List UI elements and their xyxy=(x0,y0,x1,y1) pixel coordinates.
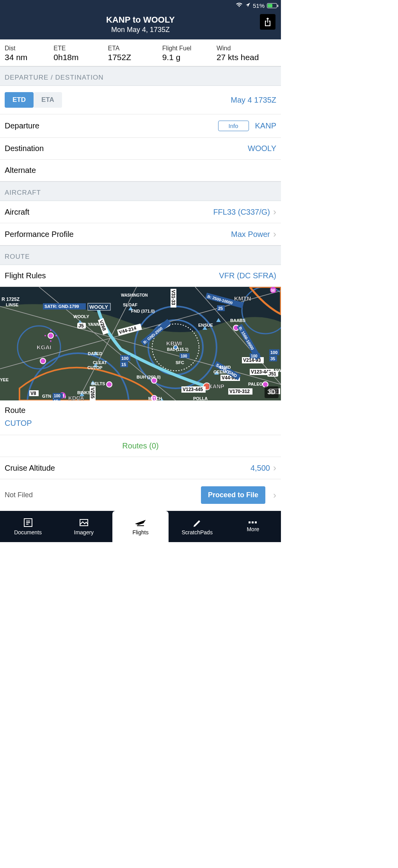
stats-row: Dist34 nm ETE0h18m ETA1752Z Flight Fuel9… xyxy=(0,39,281,66)
share-button[interactable] xyxy=(260,14,275,30)
route-row[interactable]: Route CUTOP xyxy=(0,400,281,435)
svg-text:SLOAF: SLOAF xyxy=(123,302,138,307)
stat-wind: Wind27 kts head xyxy=(217,45,276,62)
svg-text:M: M xyxy=(271,288,275,293)
more-icon xyxy=(248,521,258,525)
etd-tab[interactable]: ETD xyxy=(5,92,34,108)
svg-text:ENSUE: ENSUE xyxy=(198,323,213,327)
svg-text:35: 35 xyxy=(270,356,275,361)
status-bar: 51% xyxy=(0,0,281,11)
filing-status: Not Filed xyxy=(5,491,33,499)
svg-rect-118 xyxy=(249,521,251,523)
destination-value: WOOLY xyxy=(248,144,276,153)
tab-documents[interactable]: Documents xyxy=(0,511,56,542)
page-title: KANP to WOOLY xyxy=(5,15,275,25)
route-value: CUTOP xyxy=(5,419,276,428)
etd-row[interactable]: ETD ETA May 4 1735Z xyxy=(0,86,281,114)
scratchpads-icon xyxy=(192,518,202,528)
cruise-value: 4,500 xyxy=(251,464,270,473)
map-3d-button[interactable]: 3D xyxy=(265,386,279,398)
svg-point-12 xyxy=(48,333,53,338)
svg-text:J5: J5 xyxy=(78,323,84,329)
svg-text:FND (371.0): FND (371.0) xyxy=(131,309,155,313)
tab-scratchpads[interactable]: ScratchPads xyxy=(169,511,225,542)
departure-info-button[interactable]: Info xyxy=(218,121,249,131)
cruise-altitude-row[interactable]: Cruise Altitude 4,500 › xyxy=(0,457,281,479)
header: KANP to WOOLY Mon May 4, 1735Z xyxy=(0,11,281,39)
section-depdest: DEPARTURE / DESTINATION xyxy=(0,66,281,86)
page-subtitle: Mon May 4, 1735Z xyxy=(5,26,275,34)
etd-eta-segment: ETD ETA xyxy=(5,92,62,108)
tab-bar: Documents Imagery Flights ScratchPads Mo… xyxy=(0,511,281,542)
svg-text:KDCA: KDCA xyxy=(68,395,84,400)
svg-text:100: 100 xyxy=(54,394,60,398)
battery-icon xyxy=(267,3,277,8)
svg-rect-120 xyxy=(255,521,257,523)
chevron-right-icon: › xyxy=(273,463,276,473)
svg-text:01MD: 01MD xyxy=(219,365,231,370)
chevron-right-icon: › xyxy=(273,207,276,217)
svg-text:DATED: DATED xyxy=(88,351,102,356)
departure-row[interactable]: Departure Info KANP xyxy=(0,114,281,138)
etd-value: May 4 1735Z xyxy=(231,96,276,105)
svg-text:BAABS: BAABS xyxy=(230,318,245,323)
svg-text:BUH (260.0): BUH (260.0) xyxy=(137,375,161,379)
route-map[interactable]: V44-214 V214-93 V123-445 V44-93 V170-312… xyxy=(0,287,281,400)
battery-percent: 51% xyxy=(253,2,265,9)
svg-text:SFC: SFC xyxy=(176,360,184,365)
share-icon xyxy=(264,17,272,27)
svg-text:POLLA: POLLA xyxy=(193,396,208,400)
svg-text:KMTN: KMTN xyxy=(234,295,251,302)
departure-value: KANP xyxy=(255,121,276,130)
svg-text:BINKS: BINKS xyxy=(77,390,91,395)
wifi-icon xyxy=(236,2,243,9)
routes-link[interactable]: Routes (0) xyxy=(0,435,281,457)
imagery-icon xyxy=(79,518,89,528)
svg-point-15 xyxy=(107,382,112,387)
chevron-right-icon: › xyxy=(273,491,276,500)
alternate-row[interactable]: Alternate xyxy=(0,160,281,181)
svg-text:WASHINGTON: WASHINGTON xyxy=(121,293,148,297)
svg-text:BELTS: BELTS xyxy=(91,381,105,386)
tab-flights[interactable]: Flights xyxy=(112,511,168,542)
svg-text:KGAI: KGAI xyxy=(37,344,52,350)
flight-rules-row[interactable]: Flight Rules VFR (DC SFRA) xyxy=(0,265,281,287)
svg-text:SW: SW xyxy=(275,368,281,373)
svg-text:YEE: YEE xyxy=(0,377,9,382)
svg-text:YANNI: YANNI xyxy=(88,322,101,327)
svg-text:KANP: KANP xyxy=(209,383,224,390)
stat-fuel: Flight Fuel9.1 g xyxy=(162,45,217,62)
eta-tab[interactable]: ETA xyxy=(34,92,62,108)
svg-point-13 xyxy=(40,358,46,364)
stat-dist: Dist34 nm xyxy=(5,45,53,62)
location-icon xyxy=(245,2,251,9)
svg-text:LINSE: LINSE xyxy=(6,302,18,307)
aircraft-value: FFL33 (C337/G) xyxy=(213,208,270,217)
svg-text:V123-445: V123-445 xyxy=(183,387,203,392)
svg-text:WOOLY: WOOLY xyxy=(89,304,108,310)
svg-text:PALEO: PALEO xyxy=(248,382,263,386)
svg-text:15: 15 xyxy=(121,362,126,367)
svg-text:100: 100 xyxy=(121,356,128,361)
svg-text:KBWI: KBWI xyxy=(166,340,182,347)
svg-text:WOOLY: WOOLY xyxy=(73,314,89,319)
aircraft-row[interactable]: Aircraft FFL33 (C337/G) › xyxy=(0,201,281,223)
stat-eta: ETA1752Z xyxy=(108,45,162,62)
tab-imagery[interactable]: Imagery xyxy=(56,511,112,542)
destination-row[interactable]: Destination WOOLY xyxy=(0,138,281,160)
tab-more[interactable]: More xyxy=(225,511,281,542)
proceed-file-button[interactable]: Proceed to File xyxy=(201,486,265,504)
svg-text:V31-33: V31-33 xyxy=(171,290,176,305)
section-aircraft: AIRCRAFT xyxy=(0,181,281,201)
svg-text:CUTOP: CUTOP xyxy=(87,365,102,370)
performance-value: Max Power xyxy=(231,230,270,239)
flights-icon xyxy=(135,518,146,528)
svg-text:SATR: GND-1799: SATR: GND-1799 xyxy=(44,304,79,309)
performance-row[interactable]: Performance Profile Max Power › xyxy=(0,223,281,245)
svg-text:15: 15 xyxy=(54,399,59,400)
svg-text:BAL (115.1): BAL (115.1) xyxy=(167,347,188,352)
svg-text:V8: V8 xyxy=(30,391,36,396)
stat-ete: ETE0h18m xyxy=(53,45,108,62)
svg-text:R 1725Z: R 1725Z xyxy=(2,297,20,302)
svg-text:25: 25 xyxy=(218,306,223,311)
